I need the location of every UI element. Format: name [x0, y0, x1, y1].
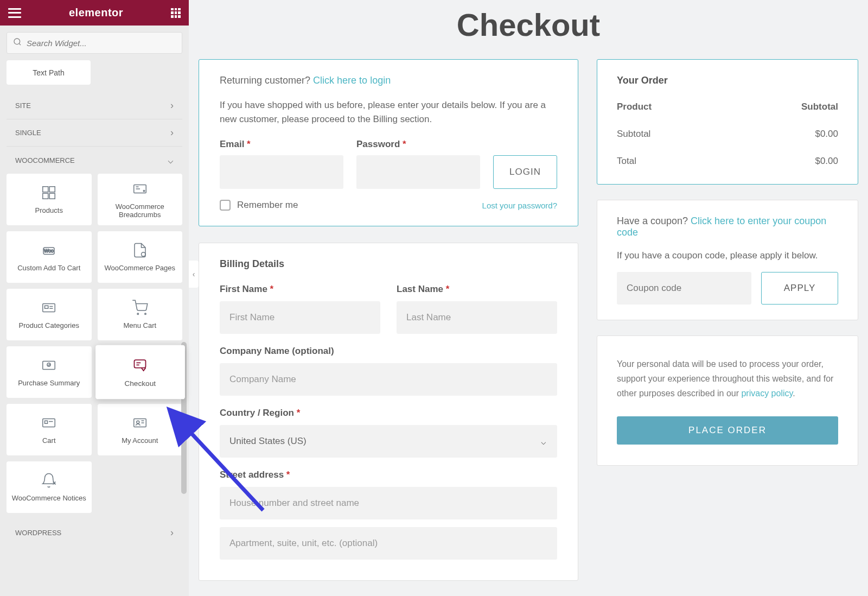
country-label: Country / Region *	[220, 408, 557, 419]
lost-password-link[interactable]: Lost your password?	[482, 201, 557, 210]
widget-label: WooCommerce Pages	[104, 264, 175, 272]
last-name-label: Last Name *	[397, 284, 557, 295]
last-name-input[interactable]	[397, 301, 557, 334]
left-column: Returning customer? Click here to login …	[199, 59, 578, 596]
company-row: Company Name (optional)	[220, 346, 557, 396]
svg-rect-19	[134, 360, 145, 367]
order-header-row: Product Subtotal	[617, 102, 838, 112]
first-name-field: First Name *	[220, 284, 380, 334]
country-row: Country / Region * ⌵	[220, 408, 557, 458]
remember-checkbox[interactable]	[220, 200, 231, 211]
billing-panel: Billing Details First Name * Last Name *	[199, 243, 578, 581]
apply-coupon-button[interactable]: APPLY	[761, 272, 838, 305]
privacy-policy-link[interactable]: privacy policy	[741, 389, 793, 398]
remember-checkbox-wrap[interactable]: Remember me	[220, 200, 298, 211]
right-column: Your Order Product Subtotal Subtotal $0.…	[597, 59, 858, 466]
search-input[interactable]	[7, 32, 182, 54]
svg-rect-23	[45, 421, 48, 423]
widget-label: Cart	[42, 436, 56, 445]
category-site[interactable]: SITE ›	[7, 92, 182, 119]
svg-point-16	[145, 313, 146, 315]
chevron-down-icon: ⌵	[168, 154, 174, 166]
subtotal-header: Subtotal	[801, 102, 838, 112]
svg-point-10	[141, 252, 145, 257]
account-icon	[132, 415, 148, 431]
svg-rect-12	[45, 306, 48, 308]
apps-icon[interactable]	[171, 8, 181, 18]
search-wrapper	[0, 26, 189, 60]
svg-rect-4	[43, 193, 48, 199]
bell-icon	[41, 472, 57, 489]
widget-purchase-summary[interactable]: Purchase Summary	[7, 346, 92, 398]
password-input[interactable]	[356, 155, 480, 189]
login-row: Email * Password * LOGIN	[220, 139, 557, 189]
chevron-right-icon: ›	[170, 527, 174, 538]
country-field: Country / Region * ⌵	[220, 408, 557, 458]
widget-label: WooCommerce Breadcrumbs	[102, 202, 178, 219]
svg-point-7	[143, 190, 145, 192]
street-label: Street address *	[220, 470, 557, 480]
svg-point-26	[137, 421, 139, 423]
email-field-wrap: Email *	[220, 139, 343, 189]
hamburger-icon[interactable]	[8, 8, 21, 18]
street-input-1[interactable]	[220, 487, 557, 519]
email-label: Email *	[220, 139, 343, 150]
login-button[interactable]: LOGIN	[493, 155, 557, 189]
svg-rect-25	[134, 419, 146, 427]
cart-add-icon: Woo	[41, 242, 57, 258]
menu-cart-icon	[132, 300, 148, 316]
login-panel: Returning customer? Click here to login …	[199, 59, 578, 226]
order-heading: Your Order	[617, 75, 838, 86]
widget-breadcrumbs[interactable]: WooCommerce Breadcrumbs	[98, 174, 183, 225]
widget-label: Products	[35, 206, 63, 214]
order-subtotal-row: Subtotal $0.00	[617, 129, 838, 140]
widget-menu-cart[interactable]: Menu Cart	[98, 289, 183, 340]
widget-woo-notices[interactable]: WooCommerce Notices	[7, 461, 92, 513]
widget-cart[interactable]: Cart	[7, 404, 92, 455]
widget-label: WooCommerce Notices	[12, 494, 86, 502]
widget-grid: Products WooCommerce Breadcrumbs Woo Cus…	[0, 174, 189, 519]
widget-custom-cart[interactable]: Woo Custom Add To Cart	[7, 231, 92, 283]
widget-product-categories[interactable]: Product Categories	[7, 289, 92, 340]
collapse-sidebar-button[interactable]: ‹	[189, 261, 199, 288]
main-content: Checkout Returning customer? Click here …	[189, 0, 868, 596]
coupon-panel: Have a coupon? Click here to enter your …	[597, 200, 858, 320]
first-name-label: First Name *	[220, 284, 380, 295]
order-total-row: Total $0.00	[617, 156, 838, 167]
last-name-field: Last Name *	[397, 284, 557, 334]
category-wordpress[interactable]: WORDPRESS ›	[7, 519, 182, 546]
first-name-input[interactable]	[220, 301, 380, 334]
privacy-panel: Your personal data will be used to proce…	[597, 335, 858, 466]
remember-row: Remember me Lost your password?	[220, 200, 557, 211]
company-input[interactable]	[220, 363, 557, 396]
widget-woo-pages[interactable]: WooCommerce Pages	[98, 231, 183, 283]
category-woocommerce[interactable]: WOOCOMMERCE ⌵	[7, 147, 182, 174]
svg-point-0	[14, 39, 20, 45]
country-select[interactable]	[220, 425, 557, 458]
company-field: Company Name (optional)	[220, 346, 557, 396]
subtotal-label: Subtotal	[617, 129, 650, 140]
street-input-2[interactable]	[220, 527, 557, 560]
summary-icon	[41, 357, 57, 373]
page-title: Checkout	[199, 0, 858, 59]
subtotal-value: $0.00	[815, 129, 838, 140]
login-toggle-link[interactable]: Click here to login	[313, 75, 391, 86]
svg-rect-2	[43, 187, 48, 192]
place-order-button[interactable]: PLACE ORDER	[617, 416, 838, 445]
street-field: Street address *	[220, 470, 557, 519]
category-single[interactable]: SINGLE ›	[7, 119, 182, 147]
chevron-right-icon: ›	[170, 100, 174, 111]
email-input[interactable]	[220, 155, 343, 189]
widget-checkout[interactable]: Checkout	[95, 345, 184, 400]
total-label: Total	[617, 156, 636, 167]
coupon-input[interactable]	[617, 272, 751, 305]
widget-my-account[interactable]: My Account	[98, 404, 183, 455]
widget-products[interactable]: Products	[7, 174, 92, 225]
country-select-wrap[interactable]: ⌵	[220, 425, 557, 458]
billing-heading: Billing Details	[220, 258, 557, 270]
widget-label: Menu Cart	[123, 321, 156, 329]
password-field-wrap: Password *	[356, 139, 480, 189]
products-icon	[41, 185, 57, 201]
search-icon	[13, 37, 22, 48]
text-path-widget[interactable]: Text Path	[7, 60, 91, 85]
